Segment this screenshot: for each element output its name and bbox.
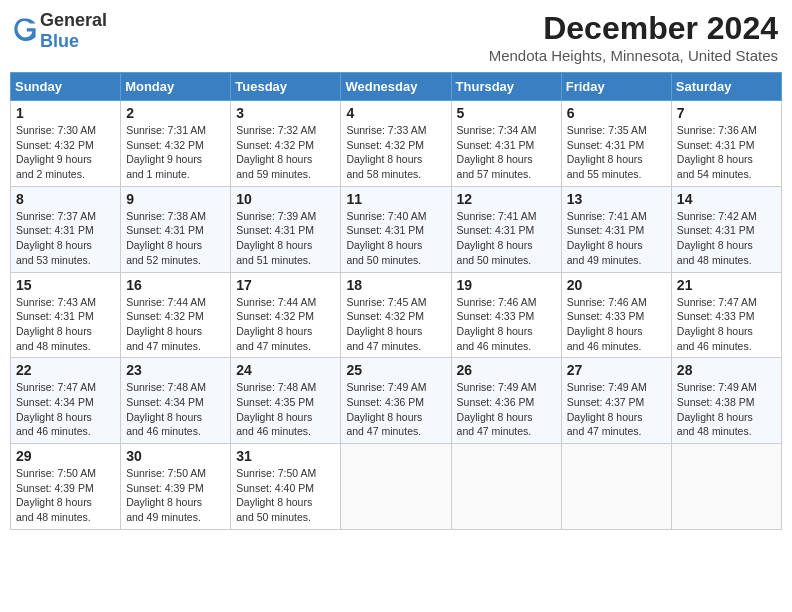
day-info: Sunrise: 7:35 AMSunset: 4:31 PMDaylight … bbox=[567, 123, 666, 182]
calendar-cell: 11Sunrise: 7:40 AMSunset: 4:31 PMDayligh… bbox=[341, 186, 451, 272]
calendar-cell: 26Sunrise: 7:49 AMSunset: 4:36 PMDayligh… bbox=[451, 358, 561, 444]
day-info: Sunrise: 7:42 AMSunset: 4:31 PMDaylight … bbox=[677, 209, 776, 268]
day-info: Sunrise: 7:50 AMSunset: 4:40 PMDaylight … bbox=[236, 466, 335, 525]
calendar-week-row: 29Sunrise: 7:50 AMSunset: 4:39 PMDayligh… bbox=[11, 444, 782, 530]
column-header-friday: Friday bbox=[561, 73, 671, 101]
day-number: 26 bbox=[457, 362, 556, 378]
calendar-cell: 6Sunrise: 7:35 AMSunset: 4:31 PMDaylight… bbox=[561, 101, 671, 187]
calendar-table: SundayMondayTuesdayWednesdayThursdayFrid… bbox=[10, 72, 782, 530]
calendar-cell: 9Sunrise: 7:38 AMSunset: 4:31 PMDaylight… bbox=[121, 186, 231, 272]
day-info: Sunrise: 7:34 AMSunset: 4:31 PMDaylight … bbox=[457, 123, 556, 182]
day-number: 30 bbox=[126, 448, 225, 464]
logo-general-text: General bbox=[40, 10, 107, 30]
day-number: 2 bbox=[126, 105, 225, 121]
calendar-week-row: 22Sunrise: 7:47 AMSunset: 4:34 PMDayligh… bbox=[11, 358, 782, 444]
day-info: Sunrise: 7:44 AMSunset: 4:32 PMDaylight … bbox=[126, 295, 225, 354]
day-number: 28 bbox=[677, 362, 776, 378]
column-header-thursday: Thursday bbox=[451, 73, 561, 101]
day-info: Sunrise: 7:46 AMSunset: 4:33 PMDaylight … bbox=[567, 295, 666, 354]
day-info: Sunrise: 7:49 AMSunset: 4:38 PMDaylight … bbox=[677, 380, 776, 439]
day-info: Sunrise: 7:48 AMSunset: 4:34 PMDaylight … bbox=[126, 380, 225, 439]
day-info: Sunrise: 7:45 AMSunset: 4:32 PMDaylight … bbox=[346, 295, 445, 354]
calendar-cell: 30Sunrise: 7:50 AMSunset: 4:39 PMDayligh… bbox=[121, 444, 231, 530]
day-info: Sunrise: 7:37 AMSunset: 4:31 PMDaylight … bbox=[16, 209, 115, 268]
calendar-cell: 31Sunrise: 7:50 AMSunset: 4:40 PMDayligh… bbox=[231, 444, 341, 530]
calendar-cell: 12Sunrise: 7:41 AMSunset: 4:31 PMDayligh… bbox=[451, 186, 561, 272]
calendar-cell: 28Sunrise: 7:49 AMSunset: 4:38 PMDayligh… bbox=[671, 358, 781, 444]
day-number: 19 bbox=[457, 277, 556, 293]
day-number: 14 bbox=[677, 191, 776, 207]
calendar-cell: 25Sunrise: 7:49 AMSunset: 4:36 PMDayligh… bbox=[341, 358, 451, 444]
calendar-title: December 2024 bbox=[489, 10, 778, 47]
day-info: Sunrise: 7:38 AMSunset: 4:31 PMDaylight … bbox=[126, 209, 225, 268]
calendar-cell: 23Sunrise: 7:48 AMSunset: 4:34 PMDayligh… bbox=[121, 358, 231, 444]
calendar-cell: 13Sunrise: 7:41 AMSunset: 4:31 PMDayligh… bbox=[561, 186, 671, 272]
calendar-cell: 3Sunrise: 7:32 AMSunset: 4:32 PMDaylight… bbox=[231, 101, 341, 187]
column-header-wednesday: Wednesday bbox=[341, 73, 451, 101]
day-info: Sunrise: 7:32 AMSunset: 4:32 PMDaylight … bbox=[236, 123, 335, 182]
logo-blue-text: Blue bbox=[40, 31, 79, 51]
calendar-cell: 4Sunrise: 7:33 AMSunset: 4:32 PMDaylight… bbox=[341, 101, 451, 187]
day-number: 4 bbox=[346, 105, 445, 121]
title-section: December 2024 Mendota Heights, Minnesota… bbox=[489, 10, 778, 64]
calendar-cell: 24Sunrise: 7:48 AMSunset: 4:35 PMDayligh… bbox=[231, 358, 341, 444]
calendar-cell: 1Sunrise: 7:30 AMSunset: 4:32 PMDaylight… bbox=[11, 101, 121, 187]
day-number: 5 bbox=[457, 105, 556, 121]
day-info: Sunrise: 7:39 AMSunset: 4:31 PMDaylight … bbox=[236, 209, 335, 268]
calendar-header-row: SundayMondayTuesdayWednesdayThursdayFrid… bbox=[11, 73, 782, 101]
day-number: 22 bbox=[16, 362, 115, 378]
day-info: Sunrise: 7:49 AMSunset: 4:37 PMDaylight … bbox=[567, 380, 666, 439]
calendar-cell: 7Sunrise: 7:36 AMSunset: 4:31 PMDaylight… bbox=[671, 101, 781, 187]
day-info: Sunrise: 7:49 AMSunset: 4:36 PMDaylight … bbox=[457, 380, 556, 439]
day-info: Sunrise: 7:30 AMSunset: 4:32 PMDaylight … bbox=[16, 123, 115, 182]
calendar-cell: 27Sunrise: 7:49 AMSunset: 4:37 PMDayligh… bbox=[561, 358, 671, 444]
calendar-cell bbox=[671, 444, 781, 530]
day-number: 21 bbox=[677, 277, 776, 293]
calendar-cell bbox=[341, 444, 451, 530]
day-number: 1 bbox=[16, 105, 115, 121]
logo-icon bbox=[14, 17, 38, 41]
calendar-cell: 5Sunrise: 7:34 AMSunset: 4:31 PMDaylight… bbox=[451, 101, 561, 187]
column-header-saturday: Saturday bbox=[671, 73, 781, 101]
calendar-cell: 17Sunrise: 7:44 AMSunset: 4:32 PMDayligh… bbox=[231, 272, 341, 358]
day-info: Sunrise: 7:31 AMSunset: 4:32 PMDaylight … bbox=[126, 123, 225, 182]
day-number: 25 bbox=[346, 362, 445, 378]
calendar-cell: 29Sunrise: 7:50 AMSunset: 4:39 PMDayligh… bbox=[11, 444, 121, 530]
calendar-cell: 16Sunrise: 7:44 AMSunset: 4:32 PMDayligh… bbox=[121, 272, 231, 358]
day-info: Sunrise: 7:47 AMSunset: 4:34 PMDaylight … bbox=[16, 380, 115, 439]
calendar-subtitle: Mendota Heights, Minnesota, United State… bbox=[489, 47, 778, 64]
calendar-week-row: 8Sunrise: 7:37 AMSunset: 4:31 PMDaylight… bbox=[11, 186, 782, 272]
calendar-week-row: 15Sunrise: 7:43 AMSunset: 4:31 PMDayligh… bbox=[11, 272, 782, 358]
day-number: 27 bbox=[567, 362, 666, 378]
day-number: 13 bbox=[567, 191, 666, 207]
day-number: 17 bbox=[236, 277, 335, 293]
day-number: 8 bbox=[16, 191, 115, 207]
day-info: Sunrise: 7:43 AMSunset: 4:31 PMDaylight … bbox=[16, 295, 115, 354]
page-header: General Blue December 2024 Mendota Heigh… bbox=[10, 10, 782, 64]
calendar-cell: 8Sunrise: 7:37 AMSunset: 4:31 PMDaylight… bbox=[11, 186, 121, 272]
day-info: Sunrise: 7:47 AMSunset: 4:33 PMDaylight … bbox=[677, 295, 776, 354]
calendar-cell bbox=[451, 444, 561, 530]
day-info: Sunrise: 7:44 AMSunset: 4:32 PMDaylight … bbox=[236, 295, 335, 354]
day-number: 20 bbox=[567, 277, 666, 293]
day-number: 11 bbox=[346, 191, 445, 207]
day-info: Sunrise: 7:33 AMSunset: 4:32 PMDaylight … bbox=[346, 123, 445, 182]
calendar-cell: 2Sunrise: 7:31 AMSunset: 4:32 PMDaylight… bbox=[121, 101, 231, 187]
calendar-cell: 15Sunrise: 7:43 AMSunset: 4:31 PMDayligh… bbox=[11, 272, 121, 358]
calendar-cell: 19Sunrise: 7:46 AMSunset: 4:33 PMDayligh… bbox=[451, 272, 561, 358]
day-number: 29 bbox=[16, 448, 115, 464]
day-number: 6 bbox=[567, 105, 666, 121]
calendar-week-row: 1Sunrise: 7:30 AMSunset: 4:32 PMDaylight… bbox=[11, 101, 782, 187]
day-info: Sunrise: 7:50 AMSunset: 4:39 PMDaylight … bbox=[126, 466, 225, 525]
day-number: 18 bbox=[346, 277, 445, 293]
column-header-sunday: Sunday bbox=[11, 73, 121, 101]
calendar-cell: 10Sunrise: 7:39 AMSunset: 4:31 PMDayligh… bbox=[231, 186, 341, 272]
calendar-cell: 14Sunrise: 7:42 AMSunset: 4:31 PMDayligh… bbox=[671, 186, 781, 272]
day-number: 15 bbox=[16, 277, 115, 293]
calendar-cell: 18Sunrise: 7:45 AMSunset: 4:32 PMDayligh… bbox=[341, 272, 451, 358]
day-number: 24 bbox=[236, 362, 335, 378]
calendar-cell: 20Sunrise: 7:46 AMSunset: 4:33 PMDayligh… bbox=[561, 272, 671, 358]
column-header-monday: Monday bbox=[121, 73, 231, 101]
day-info: Sunrise: 7:48 AMSunset: 4:35 PMDaylight … bbox=[236, 380, 335, 439]
day-info: Sunrise: 7:40 AMSunset: 4:31 PMDaylight … bbox=[346, 209, 445, 268]
